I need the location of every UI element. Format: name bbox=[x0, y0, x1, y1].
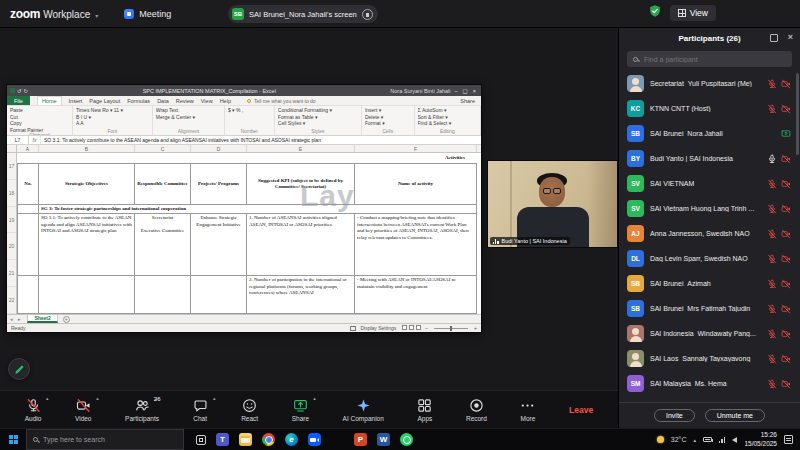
participant-row[interactable]: AJAnna Jannesson, Swedish NAO bbox=[619, 221, 800, 246]
whatsapp-icon[interactable] bbox=[400, 433, 413, 446]
popout-icon[interactable] bbox=[770, 34, 778, 42]
invite-button[interactable]: Invite bbox=[654, 409, 695, 422]
toolbar-ai-companion[interactable]: AI Companion bbox=[343, 398, 384, 422]
table-cell[interactable] bbox=[17, 214, 39, 276]
row-header-18[interactable]: 18 bbox=[7, 180, 16, 207]
search-input[interactable] bbox=[642, 55, 786, 64]
ribbon-tab-page-layout[interactable]: Page Layout bbox=[89, 98, 120, 104]
ribbon-item-merge-center[interactable]: Merge & Center ▾ bbox=[156, 114, 221, 121]
fx-icon[interactable]: fx bbox=[29, 136, 41, 144]
table-cell[interactable] bbox=[17, 276, 39, 314]
taskbar-search[interactable]: Type here to search bbox=[26, 429, 184, 450]
view-mode-buttons[interactable] bbox=[400, 325, 421, 331]
participant-row[interactable]: SBSAI Brunei_Azimah bbox=[619, 271, 800, 296]
ribbon-item-a-a[interactable]: A A bbox=[76, 120, 149, 127]
zoom-icon[interactable] bbox=[308, 433, 321, 446]
table-cell[interactable]: Secretariat Executive Committee bbox=[135, 214, 191, 276]
table-cell[interactable]: 2. Number of participation in the intern… bbox=[247, 276, 355, 314]
table-header-cell[interactable]: Projects/ Programs bbox=[191, 163, 247, 205]
table-cell[interactable]: 1. Number of ASEANSAI activities aligned… bbox=[247, 214, 355, 276]
ribbon-item-format[interactable]: Format ▾ bbox=[365, 120, 411, 127]
ribbon-share-button[interactable]: Share bbox=[460, 98, 481, 104]
table-cell[interactable] bbox=[191, 276, 247, 314]
file-explorer-icon[interactable] bbox=[239, 433, 252, 446]
participant-row[interactable]: SMSAI Malaysia_Ms. Hema bbox=[619, 371, 800, 396]
redo-icon[interactable]: ↻ bbox=[24, 88, 29, 94]
powerpoint-icon[interactable] bbox=[354, 433, 367, 446]
annotate-button[interactable] bbox=[8, 358, 30, 380]
zoom-out-icon[interactable]: – bbox=[425, 325, 428, 331]
name-box[interactable]: L7 bbox=[7, 136, 29, 144]
column-header-D[interactable]: D bbox=[191, 145, 247, 152]
column-header-A[interactable]: A bbox=[17, 145, 39, 152]
table-header-cell[interactable]: Suggested KPI (subject to be defined by … bbox=[247, 163, 355, 205]
task-view-icon[interactable] bbox=[196, 435, 206, 445]
column-header-B[interactable]: B bbox=[39, 145, 135, 152]
view-button[interactable]: View bbox=[670, 5, 716, 21]
row-header-19[interactable]: 19 bbox=[7, 207, 16, 234]
participant-row[interactable]: KCKTNN CNTT (Host) bbox=[619, 96, 800, 121]
sheet-tab[interactable]: Sheet2 bbox=[27, 315, 57, 323]
row-header-17[interactable]: 17 bbox=[7, 153, 16, 180]
row-header-20[interactable]: 20 bbox=[7, 233, 16, 260]
table-cell[interactable] bbox=[39, 276, 135, 314]
network-icon[interactable] bbox=[719, 437, 726, 443]
close-icon[interactable]: × bbox=[788, 32, 793, 42]
ribbon-tab-help[interactable]: Help bbox=[220, 98, 231, 104]
ribbon-item-find-select[interactable]: Find & Select ▾ bbox=[418, 120, 478, 127]
ribbon-tab-data[interactable]: Data bbox=[157, 98, 169, 104]
row-header-21[interactable]: 21 bbox=[7, 260, 16, 287]
toolbar-apps[interactable]: Apps bbox=[417, 398, 432, 422]
tell-me-box[interactable]: Tell me what you want to do bbox=[247, 98, 316, 104]
chevron-up-icon[interactable]: ▴ bbox=[155, 395, 158, 401]
select-all-corner[interactable] bbox=[7, 145, 17, 152]
display-settings-label[interactable]: Display Settings bbox=[360, 325, 396, 331]
notification-center-icon[interactable] bbox=[784, 435, 793, 444]
volume-icon[interactable] bbox=[732, 437, 737, 443]
toolbar-leave[interactable]: Leave bbox=[569, 405, 593, 415]
row-header-22[interactable]: 22 bbox=[7, 287, 16, 314]
table-cell[interactable]: - Conduct a mapping/briefing note that i… bbox=[355, 214, 477, 276]
tab-meeting[interactable]: Meeting bbox=[124, 9, 171, 19]
table-cell[interactable]: - Meeting with ASEAN or INTOSAI/ASOSAI t… bbox=[355, 276, 477, 314]
chevron-up-icon[interactable]: ▴ bbox=[213, 395, 216, 401]
zoom-in-icon[interactable]: + bbox=[474, 325, 477, 331]
ribbon-tab-review[interactable]: Review bbox=[176, 98, 194, 104]
toolbar-react[interactable]: React bbox=[241, 398, 258, 422]
table-header-cell[interactable]: Strategic Objectives bbox=[39, 163, 135, 205]
weather-temp[interactable]: 32°C bbox=[671, 436, 687, 443]
toolbar-video[interactable]: ▴Video bbox=[75, 398, 92, 422]
participant-row[interactable]: SVSAI VIETNAM bbox=[619, 171, 800, 196]
quick-access-toolbar[interactable]: ↺↻ bbox=[10, 88, 28, 94]
ribbon-item-[interactable]: $ ▾ % , bbox=[228, 107, 271, 114]
zoom-slider[interactable] bbox=[434, 328, 468, 329]
ribbon-tab-insert[interactable]: Insert bbox=[69, 98, 83, 104]
scrollbar[interactable] bbox=[796, 73, 799, 155]
ribbon-tab-formulas[interactable]: Formulas bbox=[127, 98, 150, 104]
participant-search[interactable] bbox=[627, 51, 792, 67]
maximize-icon[interactable]: ▢ bbox=[463, 88, 470, 94]
pause-share-icon[interactable] bbox=[362, 9, 373, 20]
security-shield-icon[interactable] bbox=[648, 4, 662, 22]
toolbar-more[interactable]: More bbox=[520, 398, 535, 422]
table-cell[interactable]: SO 3.1: To actively contribute to the AS… bbox=[39, 214, 135, 276]
chevron-down-icon[interactable]: ▾ bbox=[95, 12, 98, 19]
chevron-up-icon[interactable]: ▴ bbox=[46, 395, 49, 401]
formula-bar[interactable]: SO 3.1: To actively contribute to the AS… bbox=[41, 137, 481, 143]
table-header-cell[interactable]: No. bbox=[17, 163, 39, 205]
participant-row[interactable]: SBSAI Brunei_Nora Jahali bbox=[619, 121, 800, 146]
start-button[interactable] bbox=[0, 435, 26, 444]
participant-row[interactable]: SAI Indonesia_Windawaty Pang... bbox=[619, 321, 800, 346]
tray-expand-icon[interactable]: ▴ bbox=[693, 437, 696, 443]
toolbar-participants[interactable]: 26▴Participants bbox=[125, 398, 159, 422]
ribbon-tab-view[interactable]: View bbox=[201, 98, 213, 104]
ribbon-item-cell-styles[interactable]: Cell Styles ▾ bbox=[278, 120, 358, 127]
unmute-me-button[interactable]: Unmute me bbox=[705, 409, 765, 422]
close-icon[interactable]: × bbox=[473, 88, 478, 94]
table-cell[interactable]: SG 3: To foster strategic partnerships a… bbox=[39, 205, 477, 214]
column-header-E[interactable]: E bbox=[247, 145, 355, 152]
table-cell[interactable]: Enhance Strategic Engagement Initiative bbox=[191, 214, 247, 276]
sheet-nav-arrows[interactable]: ◂ ▸ bbox=[10, 316, 22, 322]
toolbar-chat[interactable]: ▴Chat bbox=[193, 398, 208, 422]
edge-icon[interactable] bbox=[285, 433, 298, 446]
